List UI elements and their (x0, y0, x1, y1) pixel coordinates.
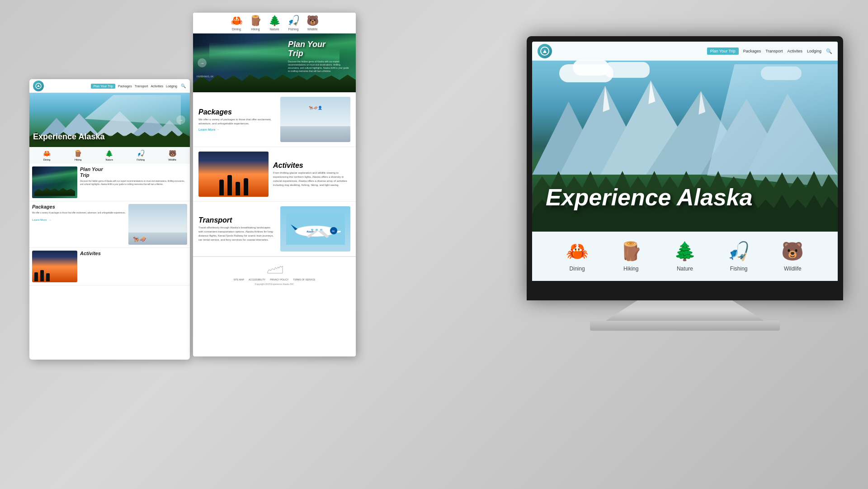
phone-packages-section: Packages We offer a variety of packages … (29, 201, 190, 248)
desktop-search-icon[interactable]: 🔍 (826, 48, 832, 54)
tablet-plane-image: Alaska AK (280, 206, 350, 252)
desktop-hiking-icon: 🪵 (620, 241, 642, 262)
tablet-hiking-icon: 🪵 (250, 15, 262, 27)
tablet-packages-text: Packages We offer a variety of packages … (198, 108, 276, 131)
phone-nav-packages[interactable]: Packages (118, 85, 132, 88)
desktop-crab-icon: 🦀 (566, 241, 589, 262)
phone-hero: Experience Alaska → (29, 93, 190, 147)
phone-plan-title: Plan YourTrip (80, 166, 187, 178)
bear-icon: 🐻 (169, 150, 176, 157)
svg-point-18 (544, 50, 546, 51)
phone-silhouette-image (32, 251, 77, 282)
tablet-footer-sitemap[interactable]: SITE MAP (234, 278, 244, 281)
desktop-nav-packages[interactable]: Packages (743, 49, 761, 53)
phone-nav-logo (33, 81, 44, 91)
phone-nav-plan[interactable]: Plan Your Trip (91, 84, 115, 89)
desktop-fishing-icon: 🎣 (727, 241, 750, 262)
desktop-icon-dining[interactable]: 🦀 Dining (566, 241, 589, 272)
tablet-hiking-label: Hiking (251, 28, 259, 31)
tablet-footer-terms[interactable]: TERMS OF SERVICE (293, 278, 315, 281)
desktop-hiking-label: Hiking (623, 266, 638, 272)
phone-nav-transport[interactable]: Transport (135, 85, 148, 88)
tablet-footer-privacy[interactable]: PRIVACY POLICY (270, 278, 288, 281)
phone-activities-section: Activites (29, 248, 190, 285)
tablet-icon-dining[interactable]: 🦀 Dining (231, 15, 243, 31)
phone-icon-nature-label: Nature (105, 158, 113, 161)
phone-nav: Plan Your Trip Packages Transport Activi… (29, 79, 190, 93)
phone-plan-section: Plan YourTrip Discover the hidden gems o… (29, 164, 190, 201)
phone-packages-title: Packages (32, 204, 126, 210)
phone-plan-text: Plan YourTrip Discover the hidden gems o… (80, 166, 187, 198)
tablet-icon-nature[interactable]: 🌲 Nature (269, 15, 281, 31)
desktop-base (590, 321, 780, 331)
desktop-fishing-label: Fishing (730, 266, 748, 272)
tablet-fishing-icon: 🎣 (288, 15, 300, 27)
tablet-silhouette-image (198, 152, 269, 197)
tablet-activities-text: Activites From thrilling glacier explora… (273, 161, 350, 187)
phone-activities-text: Activites (80, 251, 187, 282)
desktop-dining-label: Dining (570, 266, 585, 272)
tablet-hero-text: Plan YourTrip Discover the hidden gems o… (288, 40, 351, 73)
desktop-icon-fishing[interactable]: 🎣 Fishing (727, 241, 750, 272)
tablet-fishing-label: Fishing (288, 28, 299, 31)
tablet-nav: 🦀 Dining 🪵 Hiking 🌲 Nature 🎣 Fishing 🐻 W… (193, 13, 356, 33)
tablet-hero-arrow[interactable]: → (198, 58, 207, 67)
phone-nav-activities[interactable]: Activities (151, 85, 163, 88)
phone-icon-fishing-label: Fishing (137, 158, 145, 161)
tablet-hero: Plan YourTrip Discover the hidden gems o… (193, 33, 356, 92)
svg-text:AK: AK (332, 230, 335, 233)
tablet-bear-icon: 🐻 (307, 15, 319, 27)
tablet-nature-label: Nature (269, 28, 279, 31)
phone-icon-wildlife[interactable]: 🐻 Wildlife (168, 150, 176, 161)
phone-icon-fishing[interactable]: 🎣 Fishing (137, 150, 145, 161)
tablet-activities-title: Activites (273, 161, 350, 170)
desktop-icons-section: 🦀 Dining 🪵 Hiking 🌲 Nature 🎣 Fishing 🐻 (532, 232, 838, 281)
tablet-footer-links: SITE MAP ACCESSIBILITY PRIVACY POLICY TE… (197, 278, 352, 281)
desktop-nav-lodging[interactable]: Lodging (807, 49, 821, 53)
desktop-screen: Plan Your Trip Packages Transport Activi… (527, 36, 843, 300)
desktop-icon-hiking[interactable]: 🪵 Hiking (620, 241, 642, 272)
desktop-stand (527, 300, 843, 321)
tablet-icon-hiking[interactable]: 🪵 Hiking (250, 15, 262, 31)
phone-packages-desc: We offer a variety of packages to those … (32, 212, 126, 214)
phone-nav-lodging[interactable]: Lodging (166, 85, 177, 88)
phone-search-icon[interactable]: 🔍 (180, 83, 186, 89)
tablet-footer-accessibility[interactable]: ACCESSIBILITY (249, 278, 265, 281)
desktop-nav-activities[interactable]: Activites (787, 49, 802, 53)
phone-hero-arrow[interactable]: → (176, 115, 185, 124)
phone-hero-title: Experience Alaska (33, 132, 104, 142)
phone-learn-more[interactable]: Learn More → (32, 218, 52, 222)
phone-mockup: Plan Your Trip Packages Transport Activi… (29, 79, 190, 360)
tablet-dining-label: Dining (232, 28, 241, 31)
tablet-icon-fishing[interactable]: 🎣 Fishing (288, 15, 300, 31)
tablet-packages-section: Packages We offer a variety of packages … (193, 92, 356, 147)
desktop-nav-logo (538, 44, 552, 58)
tablet-wildlife-label: Wildlife (307, 28, 318, 31)
phone-dogsled-image: 🐕‍🦺🛷 (128, 204, 187, 245)
tablet-transport-text: Transport Travel effortlessly through Al… (198, 216, 276, 242)
tablet-mockup: 🦀 Dining 🪵 Hiking 🌲 Nature 🎣 Fishing 🐻 W… (193, 13, 356, 356)
tablet-packages-desc: We offer a variety of packages to those … (198, 118, 276, 126)
tablet-activities-desc: From thrilling glacier exploration and w… (273, 171, 350, 187)
desktop-hero-title: Experience Alaska (546, 185, 753, 209)
phone-icon-nature[interactable]: 🌲 Nature (105, 150, 113, 161)
phone-icon-hiking-label: Hiking (75, 158, 81, 161)
desktop-nature-label: Nature (677, 266, 693, 272)
nature-icon: 🌲 (105, 150, 113, 157)
tablet-learn-more[interactable]: Learn More → (198, 128, 276, 131)
desktop-nav: Plan Your Trip Packages Transport Activi… (532, 42, 838, 61)
tablet-footer: SITE MAP ACCESSIBILITY PRIVACY POLICY TE… (193, 256, 356, 289)
desktop-bear-icon: 🐻 (781, 241, 804, 262)
tablet-transport-section: Transport Travel effortlessly through Al… (193, 202, 356, 256)
tablet-nature-icon: 🌲 (269, 15, 281, 27)
desktop-nav-transport[interactable]: Transport (765, 49, 783, 53)
crab-icon: 🦀 (43, 150, 51, 157)
tablet-activities-section: Activites From thrilling glacier explora… (193, 147, 356, 202)
phone-icon-dining[interactable]: 🦀 Dining (43, 150, 51, 161)
desktop-nav-plan[interactable]: Plan Your Trip (707, 47, 739, 55)
desktop-icon-nature[interactable]: 🌲 Nature (674, 241, 696, 272)
desktop-nav-links: Plan Your Trip Packages Transport Activi… (707, 47, 832, 55)
desktop-icon-wildlife[interactable]: 🐻 Wildlife (781, 241, 804, 272)
phone-icon-hiking[interactable]: 🪵 Hiking (74, 150, 82, 161)
tablet-icon-wildlife[interactable]: 🐻 Wildlife (307, 15, 319, 31)
